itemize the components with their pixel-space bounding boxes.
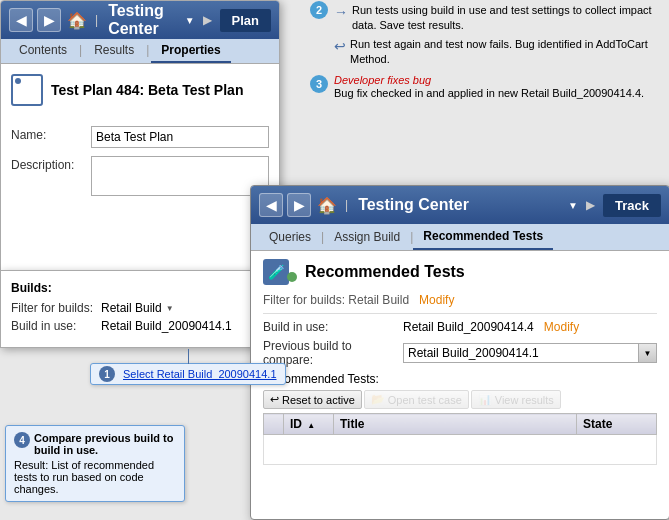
rec-title-row: 🧪 Recommended Tests — [263, 259, 657, 285]
rec-badge-icon — [287, 272, 297, 282]
right-active-tab-button[interactable]: Track — [603, 194, 661, 217]
name-label: Name: — [11, 126, 91, 142]
home-icon: 🏠 — [65, 8, 89, 32]
filter-dropdown-arrow: ▼ — [166, 304, 174, 313]
workflow-step-3-title: Developer fixes bug — [334, 74, 669, 86]
right-dropdown-icon[interactable]: ▼ — [568, 200, 578, 211]
right-forward-button[interactable]: ▶ — [287, 193, 311, 217]
filter-builds-dropdown[interactable]: Retail Build ▼ — [101, 301, 174, 315]
arrow-icon: → — [334, 4, 348, 20]
description-row: Description: — [11, 156, 269, 196]
recommended-tests-panel: ◀ ▶ 🏠 | Testing Center ▼ ▶ Track Queries… — [250, 185, 669, 520]
table-header-state[interactable]: State — [577, 414, 657, 435]
build-in-use-form-label: Build in use: — [263, 320, 403, 334]
view-label: View results — [495, 394, 554, 406]
tab-properties[interactable]: Properties — [151, 39, 230, 63]
left-active-tab-button[interactable]: Plan — [220, 9, 271, 32]
workflow-step-2-text2: Run test again and test now fails. Bug i… — [350, 37, 669, 68]
left-tab-bar: Contents | Results | Properties — [1, 39, 279, 64]
tab-recommended-tests[interactable]: Recommended Tests — [413, 224, 553, 250]
test-plan-title: Test Plan 484: Beta Test Plan — [51, 82, 243, 98]
right-home-icon: 🏠 — [315, 193, 339, 217]
table-header-id[interactable]: ID ▲ — [284, 414, 334, 435]
tab-contents[interactable]: Contents — [9, 39, 77, 63]
workflow-step-3-num: 3 — [310, 75, 328, 93]
filter-builds-label: Filter for builds: — [11, 301, 101, 315]
doc-icon — [11, 74, 43, 106]
table-header-checkbox — [264, 414, 284, 435]
workflow-step-2-text1: Run tests using build in use and test se… — [352, 3, 669, 34]
name-input[interactable] — [91, 126, 269, 148]
callout-1-line — [188, 349, 189, 364]
filter-modify-link[interactable]: Modify — [419, 293, 454, 307]
test-plan-panel: ◀ ▶ 🏠 | Testing Center ▼ ▶ Plan Contents… — [0, 0, 280, 290]
callout-1-select: 1 Select Retail Build_20090414.1 — [90, 363, 286, 385]
forward-button[interactable]: ▶ — [37, 8, 61, 32]
build-in-use-value: Retail Build_20090414.1 — [101, 319, 232, 333]
right-nav-right-sep: ▶ — [586, 198, 595, 212]
callout-4: 4 Compare previous build to build in use… — [5, 425, 185, 502]
tab-assign-build[interactable]: Assign Build — [324, 225, 410, 249]
left-nav-bar: ◀ ▶ 🏠 | Testing Center ▼ ▶ Plan — [1, 1, 279, 39]
test-plan-form: Test Plan 484: Beta Test Plan Name: Desc… — [1, 64, 279, 214]
open-label: Open test case — [388, 394, 462, 406]
reset-to-active-button[interactable]: ↩ Reset to active — [263, 390, 362, 409]
form-header: Test Plan 484: Beta Test Plan — [11, 74, 269, 114]
rec-toolbar: ↩ Reset to active 📂 Open test case 📊 Vie… — [263, 390, 657, 409]
open-icon: 📂 — [371, 393, 385, 406]
workflow-step-3: 3 Developer fixes bug Bug fix checked in… — [310, 74, 669, 101]
prev-build-dropdown-arrow[interactable]: ▼ — [638, 344, 656, 362]
left-app-title: Testing Center — [104, 2, 181, 38]
builds-title: Builds: — [11, 281, 269, 295]
open-test-case-button[interactable]: 📂 Open test case — [364, 390, 469, 409]
table-empty-row — [264, 435, 657, 465]
nav-sep: | — [95, 13, 98, 27]
rec-icon: 🧪 — [263, 259, 289, 285]
nav-right-sep: ▶ — [203, 13, 212, 27]
tab-results[interactable]: Results — [84, 39, 144, 63]
builds-section: Builds: Filter for builds: Retail Build … — [0, 270, 280, 348]
right-nav-bar: ◀ ▶ 🏠 | Testing Center ▼ ▶ Track — [251, 186, 669, 224]
build-in-use-form-row: Build in use: Retail Build_20090414.4 Mo… — [263, 320, 657, 334]
table-body — [264, 435, 657, 465]
tab-queries[interactable]: Queries — [259, 225, 321, 249]
reset-icon: ↩ — [270, 393, 279, 406]
prev-build-value: Retail Build_20090414.1 — [404, 346, 638, 360]
left-dropdown-icon[interactable]: ▼ — [185, 15, 195, 26]
rec-filter-label: Filter for builds: Retail Build — [263, 293, 409, 307]
rec-tests-content: 🧪 Recommended Tests Filter for builds: R… — [251, 251, 669, 473]
reset-label: Reset to active — [282, 394, 355, 406]
callout-1-num: 1 — [99, 366, 115, 382]
prev-build-form-row: Previous build to compare: Retail Build_… — [263, 339, 657, 367]
view-results-button[interactable]: 📊 View results — [471, 390, 561, 409]
callout-4-text: Result: List of recommended tests to run… — [14, 459, 176, 495]
build-modify-link[interactable]: Modify — [544, 320, 579, 334]
description-input[interactable] — [91, 156, 269, 196]
filter-builds-row: Filter for builds: Retail Build ▼ — [11, 301, 269, 315]
workflow-step-2: 2 → Run tests using build in use and tes… — [310, 0, 669, 68]
workflow-area: 2 → Run tests using build in use and tes… — [310, 0, 669, 107]
build-in-use-row: Build in use: Retail Build_20090414.1 — [11, 319, 269, 333]
right-tab-bar: Queries | Assign Build | Recommended Tes… — [251, 224, 669, 251]
rec-tests-label: Recommended Tests: — [263, 372, 657, 386]
back-button[interactable]: ◀ — [9, 8, 33, 32]
rec-title-text: Recommended Tests — [305, 263, 465, 281]
callout-1-text[interactable]: Select Retail Build_20090414.1 — [123, 368, 277, 380]
right-nav-sep: | — [345, 198, 348, 212]
table-header-title[interactable]: Title — [334, 414, 577, 435]
callout-4-num: 4 — [14, 432, 30, 448]
build-in-use-label: Build in use: — [11, 319, 101, 333]
description-label: Description: — [11, 156, 91, 172]
recommended-tests-table: ID ▲ Title State — [263, 413, 657, 465]
workflow-step-2-num: 2 — [310, 1, 328, 19]
right-app-title: Testing Center — [354, 196, 564, 214]
view-icon: 📊 — [478, 393, 492, 406]
workflow-step-3-text: Bug fix checked in and applied in new Re… — [334, 86, 669, 101]
filter-builds-value: Retail Build — [101, 301, 162, 315]
sort-arrow-icon: ▲ — [307, 421, 315, 430]
right-back-button[interactable]: ◀ — [259, 193, 283, 217]
arrow-icon-2: ↩ — [334, 38, 346, 54]
callout-4-title: Compare previous build to build in use. — [34, 432, 176, 456]
prev-build-dropdown[interactable]: Retail Build_20090414.1 ▼ — [403, 343, 657, 363]
name-row: Name: — [11, 126, 269, 148]
